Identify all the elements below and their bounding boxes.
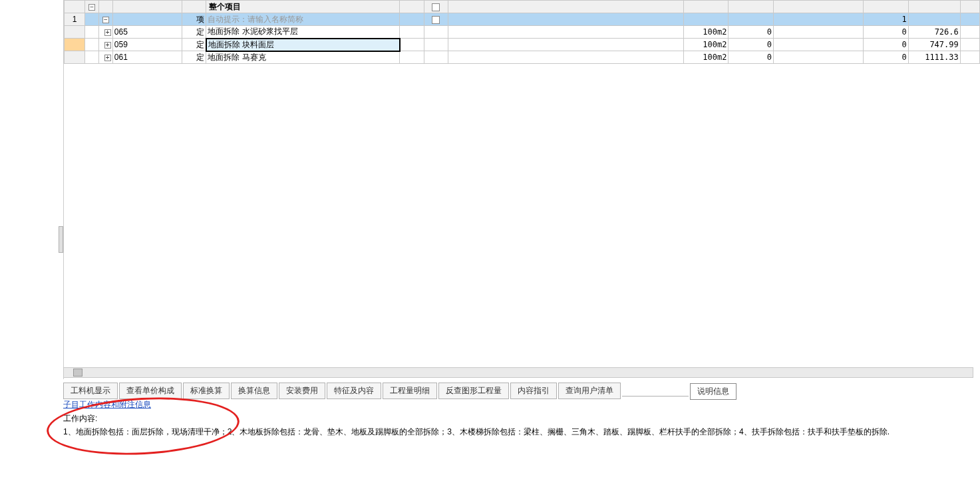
qty2-cell[interactable]: 0 [864,51,909,64]
header-cell [98,1,112,13]
main-grid-area: − 整个项目 1 − 项 [63,0,980,379]
header-rownum [65,1,85,13]
cell [960,51,979,64]
type-cell: 定 [182,26,206,39]
name-cell[interactable]: 地面拆除 马赛克 [206,51,400,64]
collapse-icon: − [88,4,95,11]
cell[interactable] [448,39,684,51]
price-cell[interactable]: 1111.33 [908,51,960,64]
header-cell [960,1,979,13]
price-cell[interactable]: 726.6 [908,26,960,39]
code-cell[interactable]: 059 [112,39,182,51]
name-cell[interactable]: 地面拆除 水泥砂浆找平层 [206,26,400,39]
code-cell[interactable]: 061 [112,51,182,64]
info-title: 工作内容: [63,413,973,424]
table-row[interactable]: + 065 定 地面拆除 水泥砂浆找平层 100m2 0 0 726.6 [65,26,980,39]
header-cell [683,1,729,13]
unit-cell[interactable]: 100m2 [683,51,729,64]
code-cell[interactable] [112,13,182,26]
cell [400,39,424,51]
type-cell: 项 [182,13,206,26]
rownum-cell [65,51,85,64]
tab-description-info[interactable]: 说明信息 [690,383,736,400]
table-row-selected[interactable]: + 059 定 地面拆除 块料面层 100m2 0 0 747.99 [65,39,980,51]
header-checkbox[interactable] [424,1,448,13]
cell[interactable] [773,39,863,51]
cell[interactable] [773,26,863,39]
qty-cell[interactable]: 0 [729,26,774,39]
cell [960,39,979,51]
cell [400,26,424,39]
tab-content-guide[interactable]: 内容指引 [510,383,557,399]
unit-cell[interactable] [683,13,729,26]
tab-qty-detail[interactable]: 工程量明细 [383,383,437,399]
checkbox-icon [432,3,440,11]
tab-standard-convert[interactable]: 标准换算 [183,383,230,399]
checkbox-icon [432,16,440,24]
cell[interactable] [448,26,684,39]
left-splitter-handle[interactable] [59,226,63,253]
tree-toggle[interactable]: − [98,13,112,26]
tab-query-user-list[interactable]: 查询用户清单 [558,383,621,399]
tree-toggle[interactable]: + [98,39,112,51]
tree-cell [85,39,99,51]
tab-install-fee[interactable]: 安装费用 [279,383,325,399]
header-cell [773,1,863,13]
expand-icon: + [104,29,111,36]
cell [424,39,448,51]
tab-separator [622,385,689,397]
table-row[interactable]: + 061 定 地面拆除 马赛克 100m2 0 0 1111.33 [65,51,980,64]
cell[interactable] [773,51,863,64]
tab-material[interactable]: 工料机显示 [63,383,118,399]
type-cell: 定 [182,51,206,64]
name-cell-placeholder[interactable]: 自动提示：请输入名称简称 [206,13,400,26]
cell[interactable] [448,13,684,26]
grid-header-row: − 整个项目 [65,1,980,13]
header-cell [182,1,206,13]
horizontal-scrollbar[interactable] [63,367,973,378]
price-cell[interactable]: 747.99 [908,39,960,51]
tree-cell [85,51,99,64]
tree-cell [85,26,99,39]
data-grid: − 整个项目 1 − 项 [64,0,980,64]
tree-toggle[interactable]: + [98,26,112,39]
name-cell-editing[interactable]: 地面拆除 块料面层 [206,39,400,51]
qty2-cell[interactable]: 1 [864,13,909,26]
left-gutter [0,0,63,477]
info-body: 1、地面拆除包括：面层拆除，现场清理干净；2、木地板拆除包括：龙骨、垫木、地板及… [63,426,973,438]
tree-toggle[interactable]: + [98,51,112,64]
price-cell[interactable] [908,13,960,26]
qty2-cell[interactable]: 0 [864,26,909,39]
qty-cell[interactable] [729,13,774,26]
tab-price-compose[interactable]: 查看单价构成 [119,383,182,399]
header-toggle[interactable]: − [85,1,99,13]
rownum-cell [65,39,85,51]
code-cell[interactable]: 065 [112,26,182,39]
tab-reverse-query[interactable]: 反查图形工程量 [438,383,509,399]
cell [400,51,424,64]
scrollbar-thumb[interactable] [73,369,82,377]
row-checkbox[interactable] [424,13,448,26]
qty-cell[interactable]: 0 [729,51,774,64]
cell[interactable] [773,13,863,26]
unit-cell[interactable]: 100m2 [683,39,729,51]
info-panel: 子目工作内容和附注信息 工作内容: 1、地面拆除包括：面层拆除，现场清理干净；2… [63,399,973,438]
cell [960,13,979,26]
cell[interactable] [448,51,684,64]
qty-cell[interactable]: 0 [729,39,774,51]
expand-icon: + [104,55,111,61]
header-cell [908,1,960,13]
qty2-cell[interactable]: 0 [864,39,909,51]
header-name[interactable]: 整个项目 [206,1,400,13]
tab-feature-content[interactable]: 特征及内容 [327,383,381,399]
table-row[interactable]: 1 − 项 自动提示：请输入名称简称 1 [65,13,980,26]
header-cell [729,1,774,13]
header-cell [400,1,424,13]
cell [424,26,448,39]
tab-convert-info[interactable]: 换算信息 [231,383,277,399]
cell [960,26,979,39]
unit-cell[interactable]: 100m2 [683,26,729,39]
info-link[interactable]: 子目工作内容和附注信息 [63,400,151,409]
cell [400,13,424,26]
expand-icon: + [104,42,111,49]
